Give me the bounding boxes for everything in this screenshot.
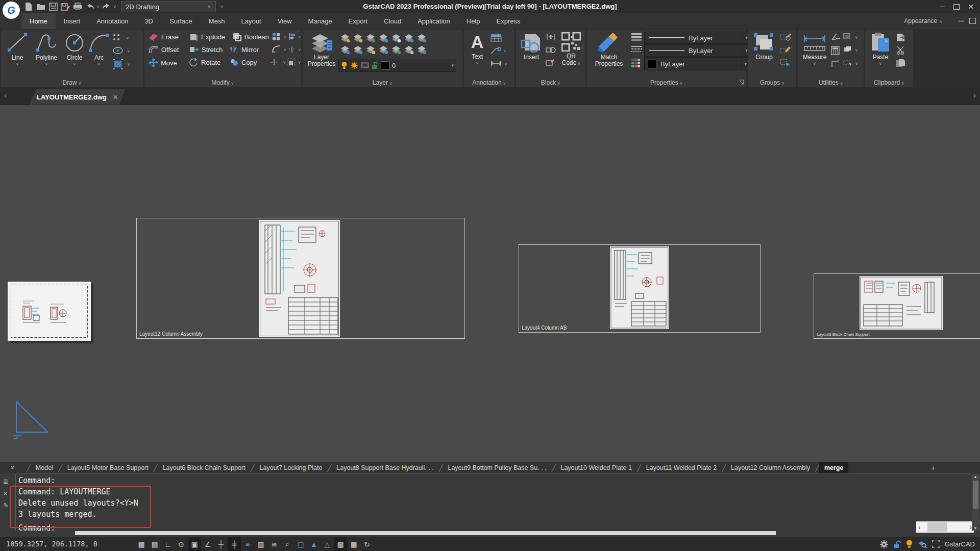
clean-screen-icon[interactable] — [932, 540, 940, 548]
auto-annotation-scale-icon[interactable]: △ — [321, 537, 334, 551]
command-hscrollbar[interactable]: ‹ › — [916, 521, 974, 533]
layer-up[interactable] — [416, 44, 428, 55]
layer-properties-button[interactable]: Layer Properties — [306, 32, 337, 67]
qr-code-button[interactable]: QR Code∨ — [559, 32, 583, 66]
unlock-icon[interactable] — [893, 540, 901, 548]
close-button[interactable]: ✕ — [964, 1, 978, 12]
command-window-close-icon[interactable]: × — [3, 489, 8, 497]
layout-tab[interactable]: Layout6 Block Chain Support — [154, 462, 251, 474]
ortho-mode-icon[interactable]: ∟ — [161, 537, 175, 551]
object-snap-icon[interactable]: ▣ — [188, 537, 201, 551]
lineweight-selector[interactable]: ByLayer ▾ — [644, 32, 750, 44]
viewports-icon[interactable]: ▢ — [294, 537, 307, 551]
ribbon-tab[interactable]: Export — [340, 13, 376, 29]
export-clip-button[interactable] — [896, 33, 906, 42]
layout-tab[interactable]: Layout10 Welded Plate 1 — [552, 462, 637, 474]
align-button[interactable]: ∨ — [288, 33, 301, 40]
select-similar-button[interactable]: ∨ — [843, 59, 858, 67]
object-color-dropdown-icon[interactable]: ▾ — [742, 58, 749, 70]
undo-dropdown-icon[interactable]: ∨ — [96, 4, 100, 9]
layer-merge[interactable] — [390, 44, 402, 55]
layout-tab[interactable]: Layout12 Column Assembly — [722, 462, 815, 474]
doc-tab-scroll-right-icon[interactable]: › — [973, 91, 976, 100]
maximize-button[interactable] — [949, 1, 964, 12]
ellipse-button[interactable]: ∨ — [112, 46, 130, 55]
vscroll-down-icon[interactable]: ▼ — [973, 526, 977, 531]
ungroup-button[interactable] — [780, 33, 791, 41]
layer-unlock[interactable] — [365, 33, 377, 43]
snap-mode-icon[interactable]: ▦ — [135, 537, 148, 551]
open-file-icon[interactable] — [35, 1, 47, 13]
layer-edit[interactable] — [403, 33, 415, 43]
erase-button[interactable]: Erase — [149, 33, 179, 41]
polyline-button[interactable]: Polyline∨ — [33, 32, 60, 66]
copy-clip-button[interactable] — [896, 59, 906, 67]
hardware-acceleration-bulb-icon[interactable] — [906, 540, 913, 548]
line-button[interactable]: Line∨ — [4, 32, 31, 66]
group-select-toggle-button[interactable] — [780, 59, 791, 67]
move-button[interactable]: Move — [149, 58, 177, 67]
layer-lock[interactable] — [365, 44, 377, 55]
table-display-icon[interactable]: ▦ — [347, 537, 360, 551]
group-edit-button[interactable] — [780, 46, 791, 54]
cut-icon[interactable] — [896, 46, 905, 55]
vscroll-thumb[interactable] — [973, 481, 978, 509]
rotate-button[interactable]: Rotate — [189, 58, 220, 67]
ribbon-tab[interactable]: Surface — [161, 13, 201, 29]
panel-title-layer[interactable]: Layer — [303, 79, 462, 86]
annotation-visibility-icon[interactable]: ▲ — [307, 537, 321, 551]
drawing-canvas[interactable]: Layout12 Column Assembly Layout4 Column … — [0, 105, 980, 462]
panel-title-modify[interactable]: Modify — [144, 79, 301, 86]
command-window-grip-icon[interactable]: ≣ — [3, 478, 9, 485]
divide-button[interactable]: ∨ — [288, 45, 301, 53]
redo-dropdown-icon[interactable]: ∨ — [113, 4, 117, 9]
layer-selector[interactable]: 0 ▾ — [338, 59, 456, 72]
point-tools-button[interactable]: ∨ — [112, 34, 129, 42]
doc-tab-scroll-left-icon[interactable]: ‹ — [4, 91, 7, 100]
layer-previous[interactable] — [378, 44, 389, 55]
workspace-switcher[interactable]: 2D Drafting ∨ — [121, 1, 216, 12]
appearance-menu[interactable]: Appearance ∨ — [904, 13, 943, 29]
ribbon-tab[interactable]: 3D — [136, 13, 161, 29]
offset-button[interactable]: Offset — [149, 45, 179, 54]
angle-measure-button[interactable] — [831, 33, 841, 41]
scale-button[interactable]: ∨ — [287, 58, 301, 66]
panel-title-properties[interactable]: Properties — [587, 79, 746, 86]
save-as-icon[interactable] — [59, 1, 71, 13]
text-button[interactable]: A Text∨ — [466, 32, 488, 65]
block-editor-button[interactable] — [546, 59, 556, 66]
lineweight-display-icon[interactable]: ≡ — [241, 537, 254, 551]
layout-tab[interactable]: Layout7 Locking Plate — [251, 462, 328, 474]
panel-title-block[interactable]: Block — [516, 79, 585, 86]
viewport-layout6[interactable]: Layout6 Block Chain Support — [814, 273, 980, 339]
ribbon-tab[interactable]: Home — [21, 13, 56, 29]
app-logo[interactable]: G — [3, 2, 20, 19]
layout-tab[interactable]: Model — [27, 462, 58, 474]
properties-launcher-icon[interactable] — [739, 80, 744, 85]
viewport-layout4[interactable]: Layout4 Column AB — [519, 244, 761, 333]
ribbon-tab[interactable]: Help — [458, 13, 488, 29]
layer-mark[interactable] — [416, 33, 428, 43]
copy-button[interactable]: Copy — [229, 58, 257, 66]
layout-tab[interactable]: merge — [815, 462, 848, 474]
document-tab-close-icon[interactable]: ✕ — [113, 93, 118, 101]
quick-select-button[interactable]: ∨ — [843, 33, 858, 41]
grid-display-icon[interactable]: ▤ — [148, 537, 161, 551]
panel-display-icon[interactable] — [969, 18, 976, 24]
minimize-ribbon-icon[interactable]: ─ — [959, 16, 964, 26]
ribbon-tab[interactable]: Insert — [56, 13, 89, 29]
layer-on[interactable] — [339, 33, 351, 43]
print-icon[interactable] — [71, 1, 84, 13]
ribbon-tab[interactable]: View — [270, 13, 300, 29]
id-point-button[interactable] — [831, 59, 841, 67]
selection-cycling-icon[interactable]: ≋ — [267, 537, 281, 551]
match-properties-button[interactable]: Match Properties — [591, 32, 627, 67]
calculator-button[interactable] — [831, 46, 840, 55]
panel-title-clipboard[interactable]: Clipboard — [865, 79, 913, 86]
settings-gear-icon[interactable] — [880, 540, 888, 548]
boolean-button[interactable]: Boolean — [233, 33, 269, 41]
command-window[interactable]: ≣ × ✎ Command: Command: LAYOUTMERGE Dele… — [0, 473, 980, 537]
clean-screen-icon[interactable]: ↻ — [360, 537, 374, 551]
paste-button[interactable]: Paste∨ — [868, 32, 893, 66]
angle-snap-icon[interactable]: ∠ — [201, 537, 214, 551]
